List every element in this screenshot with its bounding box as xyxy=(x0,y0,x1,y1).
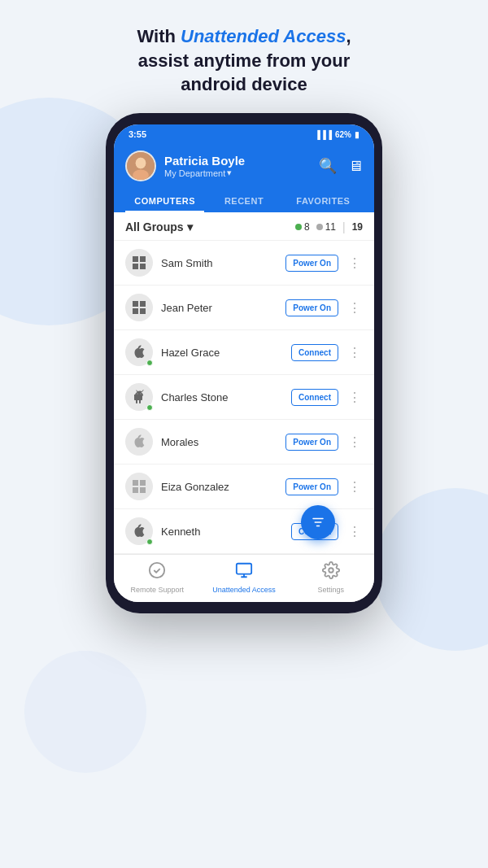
tab-favorites[interactable]: FAVORITES xyxy=(284,190,363,212)
app-header: Patricia Boyle My Department ▾ 🔍 🖥 xyxy=(114,144,374,212)
more-options-icon[interactable]: ⋮ xyxy=(346,434,363,450)
groups-stats: 8 11 | 19 xyxy=(295,220,363,233)
computer-item-sam-smith: Sam Smith Power On ⋮ xyxy=(114,241,374,286)
computer-name: Hazel Grace xyxy=(161,347,283,359)
user-details: Patricia Boyle My Department ▾ xyxy=(164,154,245,178)
computer-item-eiza-gonzalez: Eiza Gonzalez Power On ⋮ xyxy=(114,465,374,509)
app-tabs: COMPUTERS RECENT FAVORITES xyxy=(125,190,363,212)
nav-settings[interactable]: Settings xyxy=(287,561,374,594)
header-line3: android device xyxy=(181,74,307,94)
more-options-icon[interactable]: ⋮ xyxy=(346,345,363,360)
battery-icon: ▮ xyxy=(355,130,359,139)
page-header: With Unattended Access, assist anytime f… xyxy=(104,0,383,113)
header-text-1: With xyxy=(137,26,181,46)
nav-remote-support[interactable]: Remote Support xyxy=(114,561,201,594)
svg-rect-14 xyxy=(133,487,138,493)
computer-item-morales: Morales Power On ⋮ xyxy=(114,420,374,465)
computer-icon-windows xyxy=(125,294,153,321)
user-avatar xyxy=(125,150,156,181)
connect-button[interactable]: Connect xyxy=(291,389,338,406)
unattended-access-icon xyxy=(235,561,253,583)
nav-unattended-access[interactable]: Unattended Access xyxy=(201,561,288,594)
power-on-button[interactable]: Power On xyxy=(285,478,338,495)
offline-count: 11 xyxy=(325,221,336,233)
header-line2: assist anytime from your xyxy=(138,50,350,71)
online-indicator xyxy=(146,539,153,545)
content-area: All Groups ▾ 8 11 xyxy=(114,212,374,554)
computer-name: Morales xyxy=(161,436,277,448)
computer-icon-android xyxy=(125,383,153,411)
computer-name: Sam Smith xyxy=(161,257,277,269)
filter-fab-button[interactable] xyxy=(301,505,335,539)
svg-rect-10 xyxy=(133,308,138,314)
groups-label: All Groups xyxy=(125,220,184,233)
svg-point-16 xyxy=(150,563,164,578)
svg-rect-7 xyxy=(140,264,146,269)
user-department: My Department ▾ xyxy=(164,168,245,178)
computer-list: Sam Smith Power On ⋮ Jean Peter Power xyxy=(114,241,374,554)
status-time: 3:55 xyxy=(129,129,146,139)
computer-icon-apple xyxy=(125,338,153,366)
svg-rect-9 xyxy=(140,301,146,307)
user-info: Patricia Boyle My Department ▾ xyxy=(125,150,245,181)
svg-rect-5 xyxy=(140,256,146,262)
svg-point-2 xyxy=(133,170,149,181)
computer-item-charles-stone: Charles Stone Connect ⋮ xyxy=(114,375,374,420)
user-name: Patricia Boyle xyxy=(164,154,245,168)
offline-stat: 11 xyxy=(316,221,336,233)
power-on-button[interactable]: Power On xyxy=(285,434,338,451)
computer-icon-apple xyxy=(125,517,153,545)
stat-divider: | xyxy=(342,220,346,233)
computer-name: Charles Stone xyxy=(161,391,283,403)
monitor-icon[interactable]: 🖥 xyxy=(348,158,363,175)
computer-name: Jean Peter xyxy=(161,302,277,314)
remote-support-icon xyxy=(148,561,166,583)
computer-name: Kenneth xyxy=(161,526,283,538)
more-options-icon[interactable]: ⋮ xyxy=(346,390,363,405)
svg-rect-13 xyxy=(140,480,146,486)
svg-rect-8 xyxy=(133,301,138,307)
phone-frame: 3:55 ▐▐▐ 62% ▮ xyxy=(106,113,382,613)
offline-dot xyxy=(316,224,323,230)
total-count: 19 xyxy=(352,221,363,233)
computer-item-hazel-grace: Hazel Grace Connect ⋮ xyxy=(114,330,374,375)
computer-icon-apple xyxy=(125,428,153,456)
more-options-icon[interactable]: ⋮ xyxy=(346,300,363,316)
groups-chevron-icon: ▾ xyxy=(187,220,193,233)
power-on-button[interactable]: Power On xyxy=(285,299,338,316)
groups-selector[interactable]: All Groups ▾ xyxy=(125,220,193,233)
power-on-button[interactable]: Power On xyxy=(285,255,338,272)
computer-item-jean-peter: Jean Peter Power On ⋮ xyxy=(114,286,374,330)
computer-icon-windows xyxy=(125,473,153,500)
bottom-nav: Remote Support Unattended Access xyxy=(114,554,374,602)
online-stat: 8 xyxy=(295,221,310,233)
computer-name: Eiza Gonzalez xyxy=(161,481,277,493)
svg-rect-15 xyxy=(140,487,146,493)
more-options-icon[interactable]: ⋮ xyxy=(346,255,363,271)
nav-label-unattended: Unattended Access xyxy=(212,586,276,594)
header-icons: 🔍 🖥 xyxy=(319,157,363,175)
svg-rect-4 xyxy=(133,256,138,262)
online-dot xyxy=(295,224,302,230)
groups-row: All Groups ▾ 8 11 xyxy=(114,212,374,241)
online-count: 8 xyxy=(304,221,310,233)
svg-rect-11 xyxy=(140,308,146,314)
more-options-icon[interactable]: ⋮ xyxy=(346,479,363,495)
computer-icon-windows xyxy=(125,249,153,277)
svg-point-3 xyxy=(136,158,146,168)
status-bar: 3:55 ▐▐▐ 62% ▮ xyxy=(114,124,374,144)
connect-button[interactable]: Connect xyxy=(291,344,338,361)
search-icon[interactable]: 🔍 xyxy=(319,157,337,175)
tab-computers[interactable]: COMPUTERS xyxy=(125,190,204,212)
battery-level: 62% xyxy=(335,130,351,139)
more-options-icon[interactable]: ⋮ xyxy=(346,524,363,539)
avatar-image xyxy=(127,152,155,180)
header-text-2: , xyxy=(346,26,351,46)
svg-point-18 xyxy=(329,568,333,573)
signal-icon: ▐▐▐ xyxy=(315,130,332,139)
computer-item-kenneth: Kenneth Connect ⋮ xyxy=(114,509,374,554)
tab-recent[interactable]: RECENT xyxy=(204,190,283,212)
svg-rect-17 xyxy=(237,564,251,574)
chevron-down-icon: ▾ xyxy=(227,168,232,178)
header-highlight: Unattended Access xyxy=(181,26,346,46)
